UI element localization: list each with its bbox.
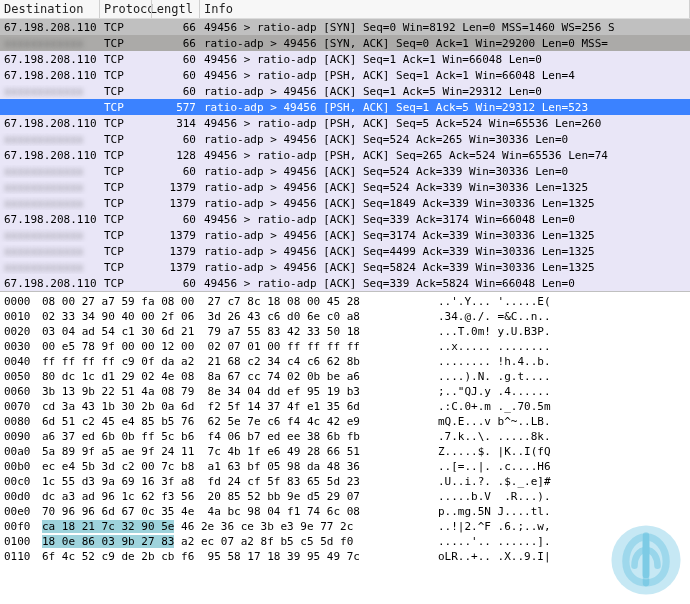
hex-ascii: ..x..... ........: [414, 339, 690, 354]
hex-row[interactable]: 00d0dc a3 ad 96 1c 62 f3 56 20 85 52 bb …: [0, 489, 690, 504]
cell-info: ratio-adp > 49456 [ACK] Seq=5824 Ack=339…: [200, 261, 690, 274]
hex-bytes: 02 33 34 90 40 00 2f 06 3d 26 43 c6 d0 6…: [42, 309, 414, 324]
cell-length: 577: [152, 101, 200, 114]
malwarebytes-icon: [610, 524, 682, 564]
packet-row[interactable]: xxxxxxxxxxxxTCP1379ratio-adp > 49456 [AC…: [0, 243, 690, 259]
col-destination[interactable]: Destination: [0, 0, 100, 18]
col-info[interactable]: Info: [200, 0, 690, 18]
hex-row[interactable]: 00e070 96 96 6d 67 0c 35 4e 4a bc 98 04 …: [0, 504, 690, 519]
hex-ascii: ...T.0m! y.U.B3P.: [414, 324, 690, 339]
hex-ascii: .:C.0+.m ._.70.5m: [414, 399, 690, 414]
cell-info: ratio-adp > 49456 [ACK] Seq=524 Ack=339 …: [200, 165, 690, 178]
hex-row[interactable]: 001002 33 34 90 40 00 2f 06 3d 26 43 c6 …: [0, 309, 690, 324]
cell-destination: 67.198.208.110: [0, 21, 100, 34]
packet-row[interactable]: xxxxxxxxxxxxTCP1379ratio-adp > 49456 [AC…: [0, 179, 690, 195]
packet-row[interactable]: xxxxxxxxxxxxTCP60ratio-adp > 49456 [ACK]…: [0, 131, 690, 147]
hex-row[interactable]: 000008 00 27 a7 59 fa 08 00 27 c7 8c 18 …: [0, 294, 690, 309]
cell-length: 66: [152, 37, 200, 50]
packet-row[interactable]: 67.198.208.110TCP31449456 > ratio-adp [P…: [0, 115, 690, 131]
hex-ascii: .....b.V .R...).: [414, 489, 690, 504]
cell-protocol: TCP: [100, 245, 152, 258]
hex-row[interactable]: 00806d 51 c2 45 e4 85 b5 76 62 5e 7e c6 …: [0, 414, 690, 429]
cell-protocol: TCP: [100, 149, 152, 162]
cell-protocol: TCP: [100, 165, 152, 178]
hex-offset: 00c0: [0, 474, 42, 489]
hex-row[interactable]: 005080 dc 1c d1 29 02 4e 08 8a 67 cc 74 …: [0, 369, 690, 384]
cell-destination: 67.198.208.110: [0, 277, 100, 290]
hex-bytes: 1c 55 d3 9a 69 16 3f a8 fd 24 cf 5f 83 6…: [42, 474, 414, 489]
cell-length: 1379: [152, 229, 200, 242]
hex-row[interactable]: 003000 e5 78 9f 00 00 12 00 02 07 01 00 …: [0, 339, 690, 354]
hex-row[interactable]: 00b0ec e4 5b 3d c2 00 7c b8 a1 63 bf 05 …: [0, 459, 690, 474]
hex-ascii: p..mg.5N J....tl.: [414, 504, 690, 519]
cell-info: 49456 > ratio-adp [ACK] Seq=339 Ack=5824…: [200, 277, 690, 290]
hex-row[interactable]: 01106f 4c 52 c9 de 2b cb f6 95 58 17 18 …: [0, 549, 690, 564]
hex-offset: 00b0: [0, 459, 42, 474]
packet-row[interactable]: xxxxxxxxxxxxTCP1379ratio-adp > 49456 [AC…: [0, 259, 690, 275]
hex-offset: 0010: [0, 309, 42, 324]
cell-length: 60: [152, 53, 200, 66]
cell-destination: xxxxxxxxxxxx: [0, 165, 100, 178]
cell-destination: 67.198.208.110: [0, 117, 100, 130]
hex-bytes: ff ff ff ff c9 0f da a2 21 68 c2 34 c4 c…: [42, 354, 414, 369]
packet-row[interactable]: xxxxxxxxxxxxTCP1379ratio-adp > 49456 [AC…: [0, 227, 690, 243]
packet-row[interactable]: xxxxxxxxxxxxTCP60ratio-adp > 49456 [ACK]…: [0, 163, 690, 179]
col-protocol[interactable]: Protoco: [100, 0, 152, 18]
hex-row[interactable]: 002003 04 ad 54 c1 30 6d 21 79 a7 55 83 …: [0, 324, 690, 339]
hex-bytes: ec e4 5b 3d c2 00 7c b8 a1 63 bf 05 98 d…: [42, 459, 414, 474]
packet-row[interactable]: 67.198.208.110TCP6649456 > ratio-adp [SY…: [0, 19, 690, 35]
hex-bytes: dc a3 ad 96 1c 62 f3 56 20 85 52 bb 9e d…: [42, 489, 414, 504]
hex-dump-pane[interactable]: 000008 00 27 a7 59 fa 08 00 27 c7 8c 18 …: [0, 292, 690, 564]
hex-bytes: cd 3a 43 1b 30 2b 0a 6d f2 5f 14 37 4f e…: [42, 399, 414, 414]
hex-offset: 0060: [0, 384, 42, 399]
hex-row[interactable]: 010018 0e 86 03 9b 27 83 a2 ec 07 a2 8f …: [0, 534, 690, 549]
packet-row[interactable]: TCP577ratio-adp > 49456 [PSH, ACK] Seq=1…: [0, 99, 690, 115]
cell-length: 314: [152, 117, 200, 130]
cell-destination: 67.198.208.110: [0, 149, 100, 162]
hex-row[interactable]: 00f0ca 18 21 7c 32 90 5e 46 2e 36 ce 3b …: [0, 519, 690, 534]
hex-bytes: 80 dc 1c d1 29 02 4e 08 8a 67 cc 74 02 0…: [42, 369, 414, 384]
packet-row[interactable]: 67.198.208.110TCP6049456 > ratio-adp [PS…: [0, 67, 690, 83]
hex-ascii: Z.....$. |K..I(fQ: [414, 444, 690, 459]
packet-row[interactable]: 67.198.208.110TCP6049456 > ratio-adp [AC…: [0, 51, 690, 67]
hex-ascii: ........ !h.4..b.: [414, 354, 690, 369]
cell-info: ratio-adp > 49456 [ACK] Seq=1 Ack=5 Win=…: [200, 85, 690, 98]
cell-protocol: TCP: [100, 197, 152, 210]
cell-length: 128: [152, 149, 200, 162]
col-length[interactable]: Lengtl: [152, 0, 200, 18]
cell-destination: xxxxxxxxxxxx: [0, 37, 100, 50]
cell-destination: xxxxxxxxxxxx: [0, 197, 100, 210]
hex-bytes: ca 18 21 7c 32 90 5e 46 2e 36 ce 3b e3 9…: [42, 519, 414, 534]
hex-offset: 0100: [0, 534, 42, 549]
cell-protocol: TCP: [100, 37, 152, 50]
packet-row[interactable]: xxxxxxxxxxxxTCP66ratio-adp > 49456 [SYN,…: [0, 35, 690, 51]
hex-bytes: 6f 4c 52 c9 de 2b cb f6 95 58 17 18 39 9…: [42, 549, 414, 564]
hex-offset: 00a0: [0, 444, 42, 459]
packet-row[interactable]: xxxxxxxxxxxxTCP60ratio-adp > 49456 [ACK]…: [0, 83, 690, 99]
cell-info: ratio-adp > 49456 [SYN, ACK] Seq=0 Ack=1…: [200, 37, 690, 50]
cell-destination: xxxxxxxxxxxx: [0, 133, 100, 146]
hex-row[interactable]: 0090a6 37 ed 6b 0b ff 5c b6 f4 06 b7 ed …: [0, 429, 690, 444]
hex-offset: 0070: [0, 399, 42, 414]
hex-ascii: .34.@./. =&C..n..: [414, 309, 690, 324]
cell-info: 49456 > ratio-adp [ACK] Seq=1 Ack=1 Win=…: [200, 53, 690, 66]
hex-row[interactable]: 00a05a 89 9f a5 ae 9f 24 11 7c 4b 1f e6 …: [0, 444, 690, 459]
cell-length: 1379: [152, 181, 200, 194]
cell-protocol: TCP: [100, 53, 152, 66]
hex-row[interactable]: 0040ff ff ff ff c9 0f da a2 21 68 c2 34 …: [0, 354, 690, 369]
hex-row[interactable]: 00c01c 55 d3 9a 69 16 3f a8 fd 24 cf 5f …: [0, 474, 690, 489]
cell-destination: xxxxxxxxxxxx: [0, 181, 100, 194]
cell-info: ratio-adp > 49456 [ACK] Seq=3174 Ack=339…: [200, 229, 690, 242]
cell-length: 60: [152, 133, 200, 146]
cell-length: 60: [152, 69, 200, 82]
packet-row[interactable]: 67.198.208.110TCP12849456 > ratio-adp [P…: [0, 147, 690, 163]
hex-bytes: 6d 51 c2 45 e4 85 b5 76 62 5e 7e c6 f4 4…: [42, 414, 414, 429]
hex-row[interactable]: 00603b 13 9b 22 51 4a 08 79 8e 34 04 dd …: [0, 384, 690, 399]
cell-protocol: TCP: [100, 213, 152, 226]
packet-row[interactable]: xxxxxxxxxxxxTCP1379ratio-adp > 49456 [AC…: [0, 195, 690, 211]
hex-row[interactable]: 0070cd 3a 43 1b 30 2b 0a 6d f2 5f 14 37 …: [0, 399, 690, 414]
packet-row[interactable]: 67.198.208.110TCP6049456 > ratio-adp [AC…: [0, 211, 690, 227]
cell-destination: 67.198.208.110: [0, 213, 100, 226]
packet-row[interactable]: 67.198.208.110TCP6049456 > ratio-adp [AC…: [0, 275, 690, 291]
cell-protocol: TCP: [100, 101, 152, 114]
